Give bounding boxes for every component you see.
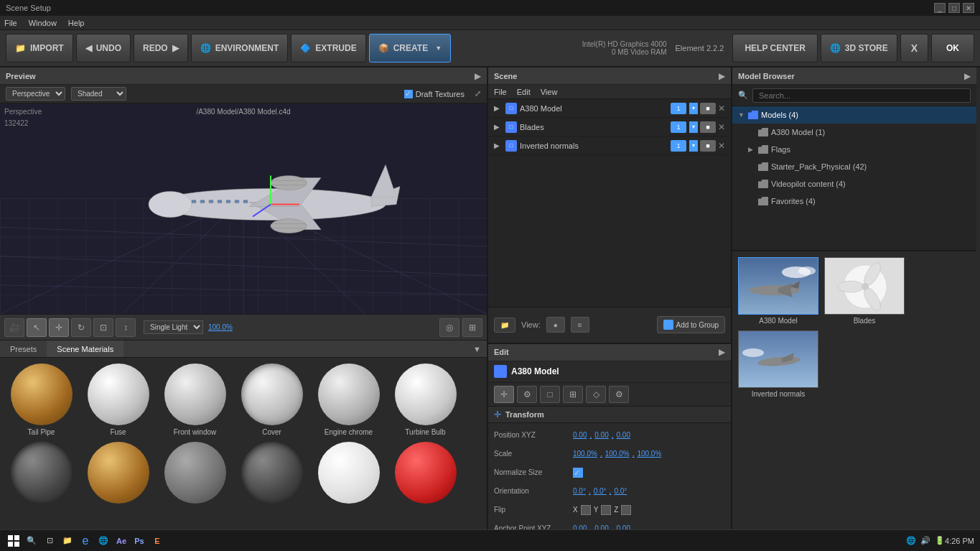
- scene-tree-item-a380[interactable]: ▶ □ A380 Model 1 ▾ ■ ✕: [488, 99, 731, 118]
- scene-menu-file[interactable]: File: [494, 88, 507, 96]
- browser-item-a380[interactable]: A380 Model (1): [732, 124, 976, 141]
- browser-item-starter-pack[interactable]: Starter_Pack_Physical (42): [732, 158, 976, 175]
- scene-item-close[interactable]: ✕: [718, 103, 725, 114]
- view-sphere-button[interactable]: ●: [546, 317, 565, 333]
- list-item[interactable]: Tail Pipe: [3, 361, 80, 439]
- browser-item-models[interactable]: ▼ Models (4): [732, 106, 976, 124]
- edit-tab-geometry[interactable]: □: [540, 386, 560, 403]
- light-mode-select[interactable]: Single Light: [144, 320, 203, 334]
- list-item[interactable]: Turbine Bulb: [387, 361, 464, 439]
- rotate-tool-button[interactable]: ↻: [71, 318, 91, 337]
- edit-tab-material[interactable]: ◇: [586, 386, 606, 403]
- scene-materials-tab[interactable]: Scene Materials: [47, 341, 123, 357]
- window-close-button[interactable]: ✕: [963, 3, 974, 13]
- redo-button[interactable]: REDO ▶: [134, 34, 188, 62]
- scale-y[interactable]: 100.0%: [605, 450, 630, 458]
- maximize-button[interactable]: □: [948, 3, 960, 13]
- list-item[interactable]: [233, 439, 310, 509]
- browser-item-favorites[interactable]: Favorites (4): [732, 193, 976, 210]
- list-item[interactable]: [387, 439, 464, 509]
- scene-tree-item-inverted[interactable]: ▶ □ Inverted normals 1 ▾ ■ ✕: [488, 136, 731, 155]
- list-item[interactable]: Cover: [233, 361, 310, 439]
- help-center-button[interactable]: HELP CENTER: [732, 34, 817, 62]
- camera-tool-button[interactable]: 🎥: [4, 318, 24, 337]
- transform-tool-button[interactable]: ↕: [116, 318, 136, 337]
- add-object-button[interactable]: 📁: [494, 318, 515, 333]
- viewport-3d[interactable]: Perspective 132422 /A380 Model/A380 Mode…: [0, 103, 487, 314]
- perspective-select[interactable]: Perspective Top Front: [6, 87, 65, 101]
- list-item[interactable]: [157, 439, 233, 509]
- taskbar-ae[interactable]: Ae: [113, 533, 129, 549]
- list-item[interactable]: [80, 439, 157, 509]
- import-button[interactable]: 📁 IMPORT: [6, 34, 73, 62]
- orientation-z[interactable]: 0.0°: [614, 487, 627, 495]
- visibility-render-button[interactable]: ■: [700, 121, 716, 133]
- position-y[interactable]: 0.00: [594, 431, 608, 439]
- draft-checkbox[interactable]: ✓: [404, 90, 413, 98]
- edit-tab-more[interactable]: ⚙: [609, 386, 629, 403]
- taskbar-start-button[interactable]: [6, 533, 22, 549]
- scene-collapse[interactable]: ▶: [719, 71, 725, 81]
- orientation-x[interactable]: 0.0°: [573, 487, 586, 495]
- scene-menu-edit[interactable]: Edit: [517, 88, 531, 96]
- edit-tab-settings[interactable]: ⚙: [517, 386, 537, 403]
- viewport-circle-button[interactable]: ◎: [439, 318, 459, 337]
- taskbar-ps[interactable]: Ps: [131, 533, 147, 549]
- shading-select[interactable]: Shaded Wireframe: [71, 87, 126, 101]
- visibility-on-button[interactable]: 1: [671, 121, 686, 133]
- thumbnail-item-a380[interactable]: A380 Model: [735, 254, 821, 328]
- browser-collapse[interactable]: ▶: [964, 71, 971, 81]
- create-button[interactable]: 📦 CREATE ▼: [369, 34, 451, 62]
- environment-button[interactable]: 🌐 ENVIRONMENT: [191, 34, 289, 62]
- scene-item-close[interactable]: ✕: [718, 141, 725, 151]
- browser-item-flags[interactable]: ▶ Flags: [732, 141, 976, 158]
- browser-item-videopilot[interactable]: Videopilot content (4): [732, 175, 976, 193]
- flip-x-checkbox[interactable]: [581, 505, 591, 515]
- visibility-on-button[interactable]: 1: [671, 140, 686, 152]
- thumbnail-item-inverted[interactable]: Inverted normals: [735, 328, 821, 401]
- scene-menu-view[interactable]: View: [541, 88, 558, 96]
- normalize-checkbox[interactable]: ✓: [573, 468, 583, 478]
- thumbnail-item-blades[interactable]: Blades: [821, 254, 907, 328]
- move-tool-button[interactable]: ✛: [49, 318, 69, 337]
- add-to-group-button[interactable]: Add to Group: [657, 316, 725, 333]
- position-z[interactable]: 0.00: [617, 431, 630, 439]
- viewport-expand-button[interactable]: ⤢: [475, 89, 481, 98]
- menu-window[interactable]: Window: [29, 19, 57, 27]
- list-item[interactable]: Engine chrome: [310, 361, 387, 439]
- list-item[interactable]: Front window: [157, 361, 233, 439]
- scene-tree-item-blades[interactable]: ▶ □ Blades 1 ▾ ■ ✕: [488, 118, 731, 136]
- position-x[interactable]: 0.00: [573, 431, 587, 439]
- select-tool-button[interactable]: ↖: [27, 318, 47, 337]
- presets-tab[interactable]: Presets: [0, 341, 47, 357]
- taskbar-edge[interactable]: e: [78, 533, 93, 549]
- visibility-render-button[interactable]: ■: [700, 103, 716, 114]
- taskbar-search-button[interactable]: 🔍: [24, 533, 39, 549]
- edit-tab-move[interactable]: ✛: [494, 386, 514, 403]
- visibility-dropdown[interactable]: ▾: [689, 140, 698, 152]
- scale-z[interactable]: 100.0%: [637, 450, 661, 458]
- list-item[interactable]: Fuse: [80, 361, 157, 439]
- flip-y-checkbox[interactable]: [601, 505, 611, 515]
- extrude-button[interactable]: 🔷 EXTRUDE: [291, 34, 365, 62]
- edit-collapse[interactable]: ▶: [719, 347, 725, 357]
- view-grid-button[interactable]: ≡: [571, 317, 589, 333]
- visibility-on-button[interactable]: 1: [671, 103, 686, 114]
- close-dialog-button[interactable]: X: [900, 34, 928, 62]
- list-item[interactable]: [310, 439, 387, 509]
- ok-button[interactable]: OK: [931, 34, 974, 62]
- search-input[interactable]: [752, 88, 971, 103]
- minimize-button[interactable]: _: [934, 3, 946, 13]
- scale-tool-button[interactable]: ⊡: [93, 318, 113, 337]
- scene-item-close[interactable]: ✕: [718, 122, 725, 132]
- store-button[interactable]: 🌐 3D STORE: [821, 34, 897, 62]
- taskbar-element[interactable]: E: [149, 533, 165, 549]
- bottom-panel-collapse[interactable]: ▼: [467, 345, 487, 353]
- taskbar-folder[interactable]: 📁: [60, 533, 75, 549]
- draft-textures-toggle[interactable]: ✓ Draft Textures: [404, 90, 465, 98]
- visibility-dropdown[interactable]: ▾: [689, 103, 698, 114]
- flip-z-checkbox[interactable]: [621, 505, 631, 515]
- undo-button[interactable]: ◀ UNDO: [76, 34, 131, 62]
- viewport-grid-button[interactable]: ⊞: [462, 318, 482, 337]
- scale-x[interactable]: 100.0%: [573, 450, 597, 458]
